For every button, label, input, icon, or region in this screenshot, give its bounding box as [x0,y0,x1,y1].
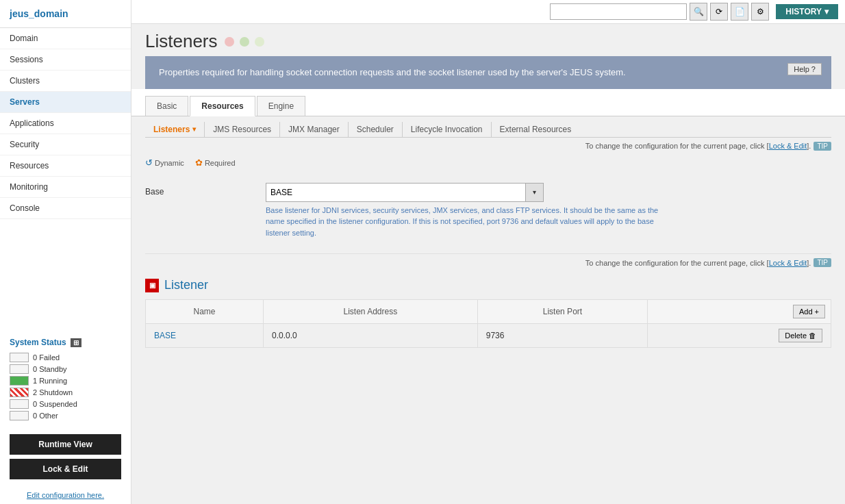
listener-title: ▣ Listener [145,278,831,292]
tip-text-bottom: To change the configuration for the curr… [585,259,811,267]
description-banner: Properties required for handling socket … [145,56,831,89]
sidebar-item-security[interactable]: Security [0,134,131,155]
dynamic-required-bar: ↺ Dynamic ✿ Required [145,155,831,173]
system-status-toggle-icon[interactable]: ⊞ [71,338,81,347]
dot-green [240,37,249,47]
status-indicator-suspended [10,399,29,409]
status-row-standby: 0 Standby [10,364,121,374]
th-actions: Add + [648,300,831,324]
description-text: Properties required for handling socket … [159,67,626,77]
edit-config-link[interactable]: Edit configuration here. [27,491,104,499]
tab-engine[interactable]: Engine [257,96,305,116]
sub-nav-jmx[interactable]: JMX Manager [280,122,349,137]
sidebar-item-sessions[interactable]: Sessions [0,49,131,71]
select-arrow-icon[interactable]: ▾ [526,183,544,202]
tip-text-top: To change the configuration for the curr… [585,142,811,150]
tabs-area: Basic Resources Engine [131,89,845,116]
sidebar-item-console[interactable]: Console [0,198,131,219]
status-row-suspended: 0 Suspended [10,399,121,409]
table-row: BASE 0.0.0.0 9736 Delete 🗑 [146,324,831,348]
base-label: Base [145,183,255,197]
dynamic-icon: ↺ [145,158,153,168]
domain-link[interactable]: jeus_domain [10,8,68,19]
dynamic-indicator: ↺ Dynamic [145,158,184,168]
edit-config-link-area: Edit configuration here. [0,486,131,504]
lock-edit-button[interactable]: Lock & Edit [10,459,121,479]
tab-basic[interactable]: Basic [145,96,188,116]
status-row-running: 1 Running [10,376,121,386]
listener-section: ▣ Listener Name Listen Address Listen Po… [145,271,831,355]
delete-icon: 🗑 [809,331,816,340]
status-indicator-shutdown [10,388,29,397]
required-indicator: ✿ Required [195,158,236,168]
page-header: Listeners [131,24,845,56]
lock-edit-tip-link-2[interactable]: Lock & Edit [769,259,807,267]
sidebar-item-domain[interactable]: Domain [0,28,131,49]
sub-nav-external[interactable]: External Resources [492,122,580,137]
listener-table: Name Listen Address Listen Port Add + [145,299,831,348]
add-icon: + [815,307,819,316]
sub-nav-listeners[interactable]: Listeners [145,122,205,137]
sidebar-header: jeus_domain [0,0,131,28]
system-status-title: System Status ⊞ [10,338,121,347]
settings-button[interactable]: ⚙ [751,3,769,21]
status-indicator-running [10,376,29,386]
form-area: Base BASE ▾ Base listener for JDNI servi… [145,173,831,255]
lock-edit-tip-link[interactable]: Lock & Edit [769,142,807,150]
status-row-failed: 0 Failed [10,353,121,362]
sidebar-item-applications[interactable]: Applications [0,113,131,134]
th-name: Name [146,300,264,324]
tip-bar-top: To change the configuration for the curr… [145,138,831,155]
refresh-button[interactable]: ⟳ [710,3,728,21]
status-row-shutdown: 2 Shutdown [10,388,121,397]
listener-icon: ▣ [145,279,159,292]
sidebar-item-monitoring[interactable]: Monitoring [0,177,131,198]
export-button[interactable]: 📄 [731,3,748,21]
th-address: Listen Address [263,300,477,324]
top-bar: 🔍 ⟳ 📄 ⚙ HISTORY ▾ [131,0,845,24]
sub-nav-scheduler[interactable]: Scheduler [349,122,403,137]
tab-resources[interactable]: Resources [190,96,255,116]
sidebar-buttons: Runtime View Lock & Edit [0,427,131,486]
dot-lightgreen [255,37,264,47]
help-button[interactable]: Help ? [787,63,822,75]
page-title-dots [225,37,264,47]
sidebar: jeus_domain Domain Sessions Clusters Ser… [0,0,131,504]
content-area: Listeners Properties required for handli… [131,24,845,504]
status-row-other: 0 Other [10,411,121,420]
tip-bar-bottom: To change the configuration for the curr… [145,254,831,271]
runtime-view-button[interactable]: Runtime View [10,434,121,455]
tip-badge-top: TIP [814,142,831,151]
required-icon: ✿ [195,158,203,168]
base-description: Base listener for JDNI services, securit… [266,205,677,239]
history-button[interactable]: HISTORY ▾ [776,4,838,19]
sidebar-item-resources[interactable]: Resources [0,155,131,177]
add-button[interactable]: Add + [793,305,825,318]
tip-badge-bottom: TIP [814,258,831,267]
search-button[interactable]: 🔍 [690,3,707,21]
delete-button[interactable]: Delete 🗑 [779,329,822,342]
th-port: Listen Port [477,300,647,324]
row-actions: Delete 🗑 [648,324,831,348]
sidebar-item-clusters[interactable]: Clusters [0,71,131,92]
table-header-row: Name Listen Address Listen Port Add + [146,300,831,324]
form-row-base: Base BASE ▾ Base listener for JDNI servi… [145,179,831,243]
system-status-section: System Status ⊞ 0 Failed 0 Standby 1 Run… [0,331,131,427]
search-bar: 🔍 ⟳ 📄 ⚙ [550,3,769,21]
row-address: 0.0.0.0 [263,324,477,348]
sub-nav-lifecycle[interactable]: Lifecycle Invocation [403,122,492,137]
status-rows: 0 Failed 0 Standby 1 Running 2 Shutdown … [10,353,121,420]
row-port: 9736 [477,324,647,348]
search-input[interactable] [550,3,687,20]
dot-pink [225,37,234,47]
status-indicator-other [10,411,29,420]
status-indicator-standby [10,364,29,374]
base-select[interactable]: BASE [266,183,526,202]
sidebar-nav: Domain Sessions Clusters Servers Applica… [0,28,131,331]
sub-nav-jms[interactable]: JMS Resources [205,122,280,137]
sub-nav: Listeners JMS Resources JMX Manager Sche… [145,116,831,138]
sidebar-item-servers[interactable]: Servers [0,92,131,113]
base-control-area: BASE ▾ Base listener for JDNI services, … [266,183,831,239]
main-area: 🔍 ⟳ 📄 ⚙ HISTORY ▾ Listeners [131,0,845,504]
chevron-down-icon: ▾ [824,7,829,16]
